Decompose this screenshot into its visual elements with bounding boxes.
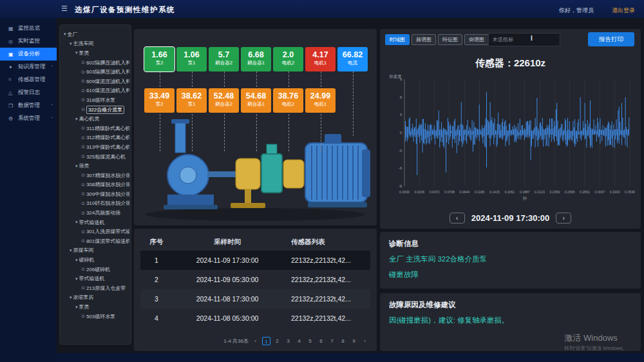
tree-node[interactable]: ⊙602隔膜压滤机入料泵	[61, 58, 129, 68]
tree-node[interactable]: ⊙603隔膜压滤机入料泵	[61, 67, 129, 77]
sensor-badge-top[interactable]: 66.82电流	[337, 47, 368, 71]
tree-node-label: 311精煤卧式离心机	[86, 125, 129, 132]
next-page-icon[interactable]: ›	[361, 337, 369, 345]
tree-node[interactable]: ▾主洗车间	[61, 39, 129, 49]
sensor-badge-bottom[interactable]: 24.99电机1	[305, 88, 336, 113]
tree-node[interactable]: ⊙318循环水泵	[61, 95, 129, 105]
tree-node[interactable]: ▾泵类	[61, 48, 129, 58]
tree-node-label: 801煤泥带式输送机	[86, 238, 129, 245]
tree-node[interactable]: ⊙503循环水泵	[61, 312, 129, 321]
sensor-badge-bottom[interactable]: 54.68耦合器1	[241, 88, 271, 113]
sensor-badge-top[interactable]: 1.66泵2	[144, 47, 175, 71]
sensor-node-icon: ⊙	[81, 144, 85, 149]
view-tab-1[interactable]: 时域图	[385, 34, 410, 45]
tree-node[interactable]: ⊙307精煤脱水脱介筛	[61, 171, 129, 180]
table-row[interactable]: 22024-11-09 05:30:0022132z,22132t,42...	[140, 270, 370, 289]
tree-node[interactable]: ▾全厂	[61, 30, 129, 39]
tree-node[interactable]: ⊙610煤泥压滤机入料泵	[61, 86, 129, 96]
view-tab-3[interactable]: 特征图	[438, 34, 462, 45]
sensor-badge-bottom[interactable]: 33.49泵2	[144, 88, 175, 113]
badge-value: 33.49	[144, 91, 175, 101]
tree-node[interactable]: ▾带式输送机	[61, 274, 129, 283]
tree-node[interactable]: ⊙325粗煤泥离心机	[61, 152, 129, 162]
sidebar-item-analysis[interactable]: ▣设备分析	[0, 48, 57, 61]
tree-node[interactable]: ⊙213原煤入仓皮带	[61, 283, 129, 293]
indicator-input[interactable]: 未选指标	[488, 33, 560, 46]
sidebar-item-knowledge[interactable]: ✦知识库管理ˇ	[0, 61, 57, 73]
page-number[interactable]: 8	[339, 337, 347, 345]
tree-node[interactable]: ▾破碎机	[61, 255, 129, 265]
tree-node[interactable]: ▾筛类	[61, 161, 129, 171]
tree-node-label: 全厂	[68, 31, 78, 38]
sensor-badge-bottom[interactable]: 38.76电机2	[273, 88, 303, 113]
tree-node[interactable]: ▾原煤车间	[61, 246, 129, 256]
page-number[interactable]: 3	[284, 337, 292, 345]
logout-link[interactable]: 退出登录	[612, 6, 635, 15]
tree-node[interactable]: ⊙322合格介质泵	[61, 105, 129, 115]
tree-node[interactable]: ⊙309中煤脱水脱介筛	[61, 189, 129, 199]
print-report-button[interactable]: 报告打印	[588, 32, 634, 46]
page-number[interactable]: 1	[262, 337, 270, 345]
tree-node[interactable]: ⊙311精煤卧式离心机	[61, 124, 129, 133]
prev-page-icon[interactable]: ‹	[251, 337, 260, 345]
next-date-button[interactable]: ›	[556, 213, 571, 224]
table-cell: 2	[140, 276, 173, 283]
prev-date-button[interactable]: ‹	[450, 213, 465, 224]
tree-node[interactable]: ⊙313中煤卧式离心机	[61, 142, 129, 152]
tree-node[interactable]: ▾浓缩泵房	[61, 293, 129, 303]
view-tab-4[interactable]: 倒谱图	[464, 34, 489, 45]
tree-node[interactable]: ▾泵类	[61, 302, 129, 312]
connector-line	[353, 71, 354, 136]
tree-node[interactable]: ⊙308精煤脱水脱介筛	[61, 180, 129, 190]
sidebar-item-dashboard[interactable]: ▦监控总览	[0, 22, 57, 35]
sensor-badge-top[interactable]: 5.7耦合器2	[209, 47, 239, 71]
table-cell: 2024-11-09 05:30:00	[173, 276, 282, 283]
page-number[interactable]: 6	[317, 337, 325, 345]
sensor-badge-top[interactable]: 2.0电机2	[273, 47, 303, 71]
tree-node[interactable]: ▾离心机类	[61, 114, 129, 124]
page-number[interactable]: 5	[306, 337, 314, 345]
tree-node[interactable]: ⊙801煤泥带式输送机	[61, 236, 129, 246]
table-row[interactable]: 42024-11-08 05:30:0022132z,22132t,42...	[140, 309, 370, 328]
tree-node-label: 324高频振动筛	[86, 209, 120, 216]
chevron-down-icon: ▾	[75, 117, 78, 122]
sidebar-item-data[interactable]: ❒数据管理ˇ	[0, 99, 57, 112]
page-number[interactable]: 9	[350, 337, 358, 345]
tree-node[interactable]: ⊙310矸石脱水脱介筛	[61, 199, 129, 209]
sidebar-item-monitor[interactable]: ◎实时监控	[0, 35, 57, 48]
sensor-badge-top[interactable]: 4.17电机1	[305, 47, 336, 71]
svg-text:0.1415: 0.1415	[489, 190, 500, 194]
table-row[interactable]: 32024-11-08 17:30:0022132z,22132t,42...	[140, 289, 370, 309]
data-icon: ❒	[8, 103, 16, 109]
tree-node[interactable]: ⊙609煤泥压滤机入料泵	[61, 77, 129, 86]
svg-text:0.3303: 0.3303	[610, 190, 620, 194]
page-number[interactable]: 4	[295, 337, 303, 345]
svg-text:3: 3	[400, 113, 402, 117]
table-row[interactable]: 12024-11-09 17:30:0022132z,22132t,42...	[140, 251, 370, 270]
badge-value: 38.62	[176, 91, 207, 101]
tree-node-label: 泵类	[79, 50, 90, 57]
tree-node[interactable]: ⊙324高频振动筛	[61, 208, 129, 218]
tree-node-label: 318循环水泵	[86, 97, 115, 104]
sensor-node-icon: ⊙	[81, 97, 85, 102]
tree-node[interactable]: ⊙206破碎机	[61, 265, 129, 274]
sensor-badge-top[interactable]: 1.06泵1	[176, 47, 207, 71]
advice-title: 故障原因及维修建议	[389, 300, 632, 310]
sidebar-item-sensor[interactable]: ⌗传感器管理	[0, 73, 57, 86]
advice-panel: 故障原因及维修建议 因(碰撞磨损)，建议: 修复轴承磨损。	[380, 293, 641, 351]
menu-icon[interactable]: ☰	[61, 5, 68, 12]
tree-node[interactable]: ⊙301入洗原煤带式输送机	[61, 227, 129, 236]
sensor-badge-bottom[interactable]: 38.62泵1	[176, 88, 207, 113]
page-number[interactable]: 2	[273, 337, 281, 345]
tree-node-label: 503循环水泵	[86, 313, 115, 320]
page-number[interactable]: 7	[328, 337, 336, 345]
sensor-badge-bottom[interactable]: 52.48耦合器2	[209, 88, 239, 113]
view-tab-2[interactable]: 频谱图	[412, 34, 436, 45]
tree-node[interactable]: ▾带式输送机	[61, 218, 129, 227]
chevron-down-icon: ▾	[70, 41, 72, 46]
sensor-badge-top[interactable]: 6.68耦合器1	[241, 47, 271, 71]
badge-value: 1.06	[176, 50, 207, 60]
sidebar-item-system[interactable]: ⚙系统管理ˇ	[0, 112, 57, 125]
tree-node[interactable]: ⊙312精煤卧式离心机	[61, 133, 129, 143]
sidebar-item-alarm[interactable]: △报警日志	[0, 86, 57, 99]
